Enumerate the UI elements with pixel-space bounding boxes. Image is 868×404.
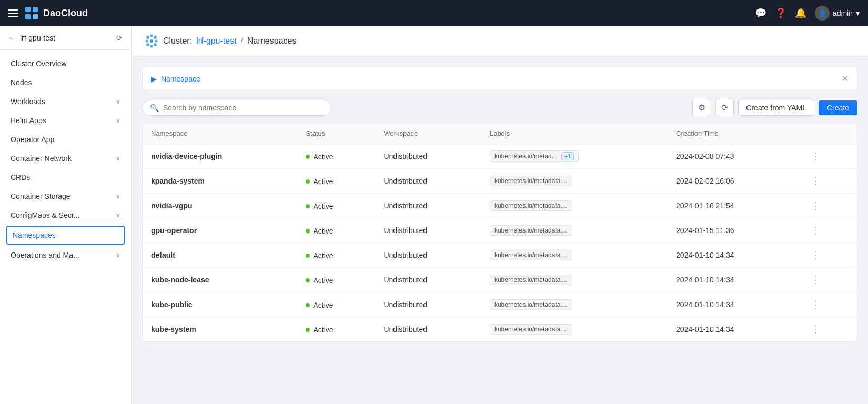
table-row: default Active Undistributed kubernetes.… [143, 243, 857, 268]
table-row: kube-public Active Undistributed kuberne… [143, 292, 857, 317]
col-actions [800, 123, 857, 144]
cell-actions: ⋮ [800, 194, 857, 218]
filter-close-button[interactable]: ✕ [842, 74, 849, 84]
row-more-button[interactable]: ⋮ [808, 298, 824, 311]
bell-icon[interactable]: 🔔 [795, 7, 806, 19]
status-dot-icon [306, 303, 310, 307]
search-input[interactable] [163, 104, 324, 112]
cell-workspace: Undistributed [375, 243, 481, 268]
refresh-icon[interactable]: ⟳ [116, 34, 123, 42]
cell-labels: kubernetes.io/metadata.... [481, 268, 668, 292]
cell-labels: kubernetes.io/metadata.... [481, 194, 668, 218]
message-icon[interactable]: 💬 [755, 7, 766, 19]
sidebar-item-helm-apps[interactable]: Helm Apps∨ [0, 111, 131, 130]
cell-status: Active [297, 169, 375, 194]
table-row: kube-node-lease Active Undistributed kub… [143, 268, 857, 292]
row-more-button[interactable]: ⋮ [808, 323, 824, 336]
cell-actions: ⋮ [800, 268, 857, 292]
breadcrumb-cluster-link[interactable]: lrf-gpu-test [196, 36, 236, 46]
status-dot-icon [306, 254, 310, 258]
chevron-icon: ∨ [116, 211, 120, 219]
label-extra: +1 [561, 152, 574, 160]
cell-creation-time: 2024-01-10 14:34 [668, 268, 800, 292]
sidebar-item-namespaces[interactable]: Namespaces [6, 226, 125, 245]
cell-creation-time: 2024-02-02 16:06 [668, 169, 800, 194]
cell-workspace: Undistributed [375, 268, 481, 292]
sidebar-item-configmaps-secrets[interactable]: ConfigMaps & Secr...∨ [0, 206, 131, 225]
sidebar-item-crds[interactable]: CRDs [0, 168, 131, 187]
chevron-icon: ∨ [116, 98, 120, 105]
filter-toggle[interactable]: ▶ Namespace [151, 75, 200, 83]
cluster-name: lrf-gpu-test [20, 34, 55, 42]
sidebar-item-label: Cluster Overview [11, 59, 67, 68]
sidebar-nav: Cluster OverviewNodesWorkloads∨Helm Apps… [0, 50, 131, 404]
status-dot-icon [306, 179, 310, 184]
cell-workspace: Undistributed [375, 144, 481, 169]
cell-creation-time: 2024-01-15 11:36 [668, 218, 800, 243]
cell-namespace: kube-system [143, 317, 297, 342]
app-logo: DaoCloud [24, 6, 88, 21]
topbar-right: 💬 ❓ 🔔 👤 admin ▾ [755, 6, 860, 21]
namespace-filter-bar: ▶ Namespace ✕ [142, 67, 857, 90]
sidebar-item-container-network[interactable]: Container Network∨ [0, 149, 131, 168]
create-from-yaml-button[interactable]: Create from YAML [738, 100, 814, 116]
col-namespace: Namespace [143, 123, 297, 144]
topbar: DaoCloud 💬 ❓ 🔔 👤 admin ▾ [0, 0, 868, 26]
table-body: nvidia-device-plugin Active Undistribute… [143, 144, 857, 342]
sidebar-item-workloads[interactable]: Workloads∨ [0, 92, 131, 111]
breadcrumb-cluster-label: Cluster: [163, 36, 192, 46]
sidebar-item-operator-app[interactable]: Operator App [0, 130, 131, 149]
row-more-button[interactable]: ⋮ [808, 249, 824, 261]
cell-status: Active [297, 268, 375, 292]
cell-labels: kubernetes.io/metadata.... [481, 317, 668, 342]
sidebar-item-nodes[interactable]: Nodes [0, 73, 131, 92]
label-badge: kubernetes.io/metadata.... [490, 225, 572, 236]
cell-workspace: Undistributed [375, 292, 481, 317]
logo-icon [24, 6, 39, 21]
col-status: Status [297, 123, 375, 144]
sidebar-item-container-storage[interactable]: Container Storage∨ [0, 187, 131, 206]
sidebar-item-operations-management[interactable]: Operations and Ma...∨ [0, 246, 131, 265]
row-more-button[interactable]: ⋮ [808, 274, 824, 286]
row-more-button[interactable]: ⋮ [808, 175, 824, 187]
sidebar-item-label: Container Network [11, 154, 72, 163]
cell-namespace: kpanda-system [143, 169, 297, 194]
row-more-button[interactable]: ⋮ [808, 199, 824, 212]
chevron-icon: ∨ [116, 117, 120, 124]
sidebar-item-label: Namespaces [13, 231, 56, 239]
user-menu[interactable]: 👤 admin ▾ [815, 6, 860, 21]
cell-status: Active [297, 243, 375, 268]
refresh-button[interactable]: ⟳ [715, 99, 734, 116]
sidebar-item-label: Nodes [11, 78, 32, 87]
cell-status: Active [297, 218, 375, 243]
cell-namespace: nvidia-device-plugin [143, 144, 297, 169]
sidebar-item-cluster-overview[interactable]: Cluster Overview [0, 54, 131, 73]
create-button[interactable]: Create [819, 100, 857, 115]
label-badge: kubernetes.io/metadata.... [490, 275, 572, 285]
status-dot-icon [306, 204, 310, 208]
cell-actions: ⋮ [800, 292, 857, 317]
cell-namespace: kube-node-lease [143, 268, 297, 292]
cell-labels: kubernetes.io/metadata.... [481, 292, 668, 317]
row-more-button[interactable]: ⋮ [808, 150, 824, 163]
label-badge: kubernetes.io/metadata.... [490, 250, 572, 260]
main-content: Cluster: lrf-gpu-test / Namespaces ▶ Nam… [132, 26, 868, 404]
cell-actions: ⋮ [800, 218, 857, 243]
help-icon[interactable]: ❓ [775, 7, 786, 19]
label-badge: kubernetes.io/metadata.... [490, 176, 572, 186]
settings-button[interactable]: ⚙ [692, 99, 711, 116]
chevron-icon: ∨ [116, 251, 120, 259]
hamburger-menu[interactable] [8, 9, 18, 17]
sidebar-header: ← lrf-gpu-test ⟳ [0, 26, 131, 50]
sidebar-item-label: Helm Apps [11, 116, 46, 125]
cell-status: Active [297, 144, 375, 169]
label-badge: kubernetes.io/metadata.... [490, 324, 572, 335]
svg-point-12 [154, 43, 157, 46]
search-box: 🔍 [142, 100, 331, 116]
table-row: kube-system Active Undistributed kuberne… [143, 317, 857, 342]
cell-status: Active [297, 317, 375, 342]
table-header: Namespace Status Workspace Labels Creati… [143, 123, 857, 144]
row-more-button[interactable]: ⋮ [808, 224, 824, 237]
cell-namespace: kube-public [143, 292, 297, 317]
back-button[interactable]: ← lrf-gpu-test [8, 34, 55, 42]
